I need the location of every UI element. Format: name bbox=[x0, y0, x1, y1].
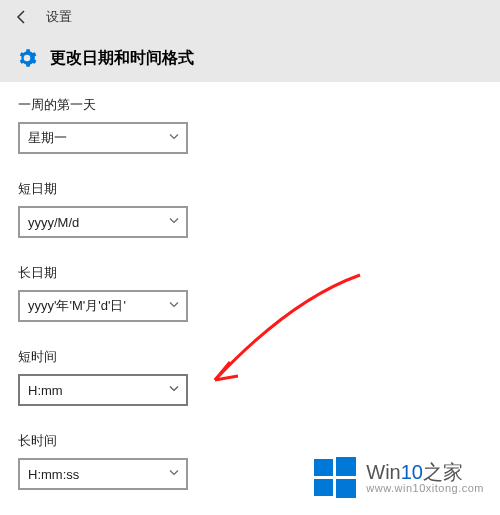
watermark: Win10之家 www.win10xitong.com bbox=[312, 455, 484, 501]
group-short-date: 短日期 yyyy/M/d bbox=[18, 180, 482, 238]
combo-value: yyyy'年'M'月'd'日' bbox=[28, 297, 126, 315]
combo-value: yyyy/M/d bbox=[28, 215, 79, 230]
combo-long-time[interactable]: H:mm:ss bbox=[18, 458, 188, 490]
watermark-url: www.win10xitong.com bbox=[366, 482, 484, 494]
group-long-date: 长日期 yyyy'年'M'月'd'日' bbox=[18, 264, 482, 322]
chevron-down-icon bbox=[168, 467, 180, 482]
label-first-day: 一周的第一天 bbox=[18, 96, 482, 114]
windows-logo-icon bbox=[312, 455, 358, 501]
title-bar: 更改日期和时间格式 bbox=[0, 34, 500, 82]
combo-short-time[interactable]: H:mm bbox=[18, 374, 188, 406]
svg-rect-0 bbox=[314, 459, 333, 476]
group-short-time: 短时间 H:mm bbox=[18, 348, 482, 406]
svg-rect-1 bbox=[336, 457, 356, 476]
group-first-day: 一周的第一天 星期一 bbox=[18, 96, 482, 154]
watermark-text: Win10之家 www.win10xitong.com bbox=[366, 462, 484, 494]
svg-rect-3 bbox=[336, 479, 356, 498]
combo-short-date[interactable]: yyyy/M/d bbox=[18, 206, 188, 238]
header-title: 设置 bbox=[46, 8, 72, 26]
page-title: 更改日期和时间格式 bbox=[50, 48, 194, 69]
svg-rect-2 bbox=[314, 479, 333, 496]
label-short-time: 短时间 bbox=[18, 348, 482, 366]
brand-suffix: 之家 bbox=[423, 461, 463, 483]
combo-value: 星期一 bbox=[28, 129, 67, 147]
combo-value: H:mm bbox=[28, 383, 63, 398]
combo-value: H:mm:ss bbox=[28, 467, 79, 482]
brand-prefix: Win bbox=[366, 461, 400, 483]
label-long-time: 长时间 bbox=[18, 432, 482, 450]
back-arrow-icon bbox=[14, 9, 30, 25]
back-button[interactable] bbox=[8, 3, 36, 31]
content-area: 一周的第一天 星期一 短日期 yyyy/M/d 长日期 yyyy'年'M'月'd… bbox=[0, 82, 500, 515]
gear-icon bbox=[16, 47, 38, 69]
watermark-brand: Win10之家 bbox=[366, 462, 484, 482]
chevron-down-icon bbox=[168, 383, 180, 398]
chevron-down-icon bbox=[168, 131, 180, 146]
header-bar: 设置 bbox=[0, 0, 500, 34]
label-long-date: 长日期 bbox=[18, 264, 482, 282]
brand-number: 10 bbox=[401, 461, 423, 483]
chevron-down-icon bbox=[168, 215, 180, 230]
combo-first-day[interactable]: 星期一 bbox=[18, 122, 188, 154]
combo-long-date[interactable]: yyyy'年'M'月'd'日' bbox=[18, 290, 188, 322]
label-short-date: 短日期 bbox=[18, 180, 482, 198]
chevron-down-icon bbox=[168, 299, 180, 314]
